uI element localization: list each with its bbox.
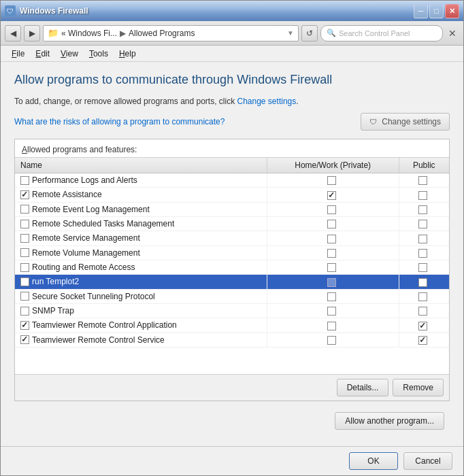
search-box[interactable]: 🔍 Search Control Panel: [320, 25, 443, 41]
change-settings-button[interactable]: 🛡 Change settings: [361, 113, 450, 131]
table-row[interactable]: Remote Volume Management: [15, 245, 449, 260]
private-checkbox[interactable]: [327, 249, 336, 258]
name-checkbox[interactable]: [20, 277, 29, 286]
panel-label: Allowed programs and features:: [15, 139, 449, 157]
allow-another-button[interactable]: Allow another program...: [335, 412, 444, 430]
cell-public: [399, 333, 449, 347]
cell-private: [267, 188, 399, 202]
public-checkbox[interactable]: [418, 191, 427, 200]
private-checkbox[interactable]: [327, 205, 336, 214]
cell-public: [399, 260, 449, 274]
name-checkbox[interactable]: [20, 234, 29, 243]
cell-private: [267, 289, 399, 303]
private-checkbox[interactable]: [327, 292, 336, 301]
path-dropdown-icon: ▼: [287, 29, 294, 37]
private-checkbox[interactable]: [327, 307, 336, 316]
table-row[interactable]: Teamviewer Remote Control Service: [15, 333, 449, 347]
cell-name: Teamviewer Remote Control Service: [15, 333, 267, 347]
window-close-x[interactable]: ✕: [446, 27, 459, 40]
name-checkbox[interactable]: [20, 176, 29, 185]
cell-name: Teamviewer Remote Control Application: [15, 318, 267, 333]
close-button[interactable]: ✕: [445, 4, 459, 18]
minimize-button[interactable]: ─: [414, 4, 428, 18]
ok-button[interactable]: OK: [349, 452, 398, 470]
public-checkbox[interactable]: [418, 176, 427, 185]
private-checkbox[interactable]: [327, 220, 336, 228]
public-checkbox[interactable]: [418, 263, 427, 272]
private-checkbox[interactable]: [327, 322, 336, 330]
help-link[interactable]: What are the risks of allowing a program…: [14, 117, 225, 126]
change-settings-link[interactable]: Change settings: [237, 97, 297, 106]
public-checkbox[interactable]: [418, 322, 427, 330]
private-checkbox[interactable]: [327, 263, 336, 272]
path-start: « Windows Fi...: [61, 29, 117, 38]
public-checkbox[interactable]: [418, 205, 427, 214]
table-row[interactable]: Secure Socket Tunneling Protocol: [15, 289, 449, 303]
cell-name: Performance Logs and Alerts: [15, 173, 267, 188]
name-checkbox[interactable]: [20, 248, 29, 257]
public-checkbox[interactable]: [418, 249, 427, 258]
name-checkbox[interactable]: [20, 205, 29, 214]
name-checkbox[interactable]: [20, 263, 29, 272]
address-bar: ◀ ▶ 📁 « Windows Fi... ▶ Allowed Programs…: [1, 21, 463, 46]
cell-public: [399, 289, 449, 303]
cell-private: [267, 202, 399, 216]
path-end: Allowed Programs: [129, 29, 195, 38]
name-checkbox[interactable]: [20, 307, 29, 316]
cell-private: [267, 303, 399, 318]
table-row[interactable]: run Templot2: [15, 275, 449, 289]
name-checkbox[interactable]: [20, 292, 29, 301]
cell-public: [399, 188, 449, 202]
remove-button[interactable]: Remove: [393, 379, 444, 396]
content-area: Allow programs to communicate through Wi…: [1, 62, 463, 446]
table-row[interactable]: Teamviewer Remote Control Application: [15, 318, 449, 333]
public-checkbox[interactable]: [418, 235, 427, 243]
header-row: What are the risks of allowing a program…: [14, 113, 450, 131]
cell-name: Routing and Remote Access: [15, 260, 267, 274]
menu-file[interactable]: File: [6, 48, 30, 60]
name-checkbox[interactable]: [20, 335, 29, 344]
table-row[interactable]: Performance Logs and Alerts: [15, 173, 449, 188]
cell-name: run Templot2: [15, 275, 267, 289]
table-row[interactable]: Remote Service Management: [15, 231, 449, 245]
col-name: Name: [15, 158, 267, 173]
public-checkbox[interactable]: [418, 336, 427, 345]
table-row[interactable]: SNMP Trap: [15, 303, 449, 318]
public-checkbox[interactable]: [418, 307, 427, 316]
public-checkbox[interactable]: [418, 278, 427, 287]
menu-tools[interactable]: Tools: [84, 48, 114, 60]
private-checkbox[interactable]: [327, 235, 336, 243]
name-checkbox[interactable]: [20, 190, 29, 199]
maximize-button[interactable]: □: [429, 4, 444, 18]
cell-public: [399, 173, 449, 188]
public-checkbox[interactable]: [418, 292, 427, 301]
table-row[interactable]: Remote Event Log Management: [15, 202, 449, 216]
allow-btn-row: Allow another program...: [14, 407, 450, 435]
programs-table-container[interactable]: Name Home/Work (Private) Public Performa…: [15, 157, 449, 374]
menu-edit[interactable]: Edit: [30, 48, 55, 60]
name-checkbox[interactable]: [20, 321, 29, 330]
menu-help[interactable]: Help: [114, 48, 142, 60]
private-checkbox[interactable]: [327, 191, 336, 200]
cell-private: [267, 216, 399, 231]
table-row[interactable]: Remote Assistance: [15, 188, 449, 202]
private-checkbox[interactable]: [327, 176, 336, 185]
table-row[interactable]: Remote Scheduled Tasks Management: [15, 216, 449, 231]
page-title: Allow programs to communicate through Wi…: [14, 73, 450, 87]
private-checkbox[interactable]: [327, 336, 336, 345]
cell-private: [267, 275, 399, 289]
cell-public: [399, 216, 449, 231]
forward-button[interactable]: ▶: [24, 25, 40, 41]
private-checkbox[interactable]: [327, 278, 336, 287]
back-button[interactable]: ◀: [5, 25, 21, 41]
menu-view[interactable]: View: [55, 48, 84, 60]
name-checkbox[interactable]: [20, 220, 29, 228]
public-checkbox[interactable]: [418, 220, 427, 228]
cell-name: Secure Socket Tunneling Protocol: [15, 289, 267, 303]
address-path[interactable]: 📁 « Windows Fi... ▶ Allowed Programs ▼: [43, 25, 299, 41]
refresh-button[interactable]: ↺: [301, 25, 318, 41]
breadcrumb-separator: ▶: [120, 29, 126, 38]
cancel-button[interactable]: Cancel: [403, 452, 452, 470]
details-button[interactable]: Details...: [337, 379, 389, 396]
table-row[interactable]: Routing and Remote Access: [15, 260, 449, 274]
